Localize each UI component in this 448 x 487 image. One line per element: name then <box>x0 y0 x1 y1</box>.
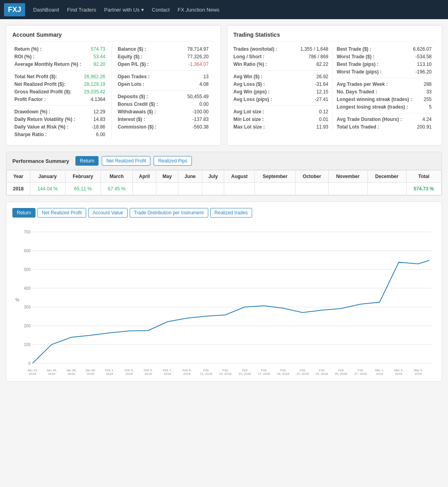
trade-min-lot: Min Lot size : 0.01 <box>233 117 328 122</box>
trade-win-ratio-val: 82.22 <box>316 61 328 67</box>
trade-won-total: Trades (won/total) : 1,355 / 1,648 <box>233 46 328 52</box>
return-chart: % 0 100 200 300 400 500 600 <box>12 224 436 375</box>
svg-text:2018: 2018 <box>106 372 113 375</box>
acct-balance-label: Balance ($) : <box>118 46 146 52</box>
chart-tab-account-value[interactable]: Account Value <box>88 208 128 218</box>
nav-partner[interactable]: Partner with Us <box>104 7 144 13</box>
chart-area: % 0 100 200 300 400 500 600 <box>12 224 436 375</box>
svg-text:Feb: Feb <box>242 368 248 372</box>
performance-summary-card: Performance Summary Return Net Realized … <box>6 152 442 196</box>
tab-realized-pips[interactable]: Realized Pips <box>154 156 191 166</box>
acct-deposits: Deposits ($) : 50,455.49 <box>118 94 209 99</box>
acct-open-trades-val: 13 <box>203 74 209 79</box>
col-aug: August <box>224 170 255 183</box>
acct-sharpe: Sharpe Ratio : 6.00 <box>14 132 105 137</box>
acct-profit-factor-val: 4.1364 <box>91 97 105 102</box>
trade-win-streak: Longest winning streak (trades) : 255 <box>337 97 432 102</box>
tab-net-realized-profit[interactable]: Net Realized Profit <box>102 156 150 166</box>
acct-withdrawals-label: Withdrawals ($) : <box>118 109 156 115</box>
acct-deposits-val: 50,455.49 <box>187 94 209 99</box>
acct-net-realized-val: 28,129.19 <box>84 81 105 87</box>
perf-table-header: Year January February March April May Ju… <box>7 170 442 183</box>
col-jul: July <box>202 170 224 183</box>
acct-open-pl-val: -1,364.07 <box>188 61 209 67</box>
trade-lose-streak: Longest losing streak (trades) : 5 <box>337 104 432 110</box>
chart-tabs: Return Net Realized Profit Account Value… <box>12 208 436 218</box>
cell-year: 2018 <box>7 183 30 195</box>
col-nov: November <box>328 170 367 183</box>
acct-roi-val: 53.44 <box>93 54 105 59</box>
chart-tab-trade-dist[interactable]: Trade Distribution per Instrument <box>130 208 208 218</box>
acct-roi: ROI (%) : 53.44 <box>14 54 105 59</box>
performance-table: Year January February March April May Ju… <box>6 170 442 195</box>
trade-avg-win-val: 26.92 <box>316 74 328 79</box>
chart-tab-realized-trades[interactable]: Realized trades <box>210 208 252 218</box>
trade-avg-win-pips-val: 12.15 <box>316 89 328 95</box>
svg-text:11, 2018: 11, 2018 <box>200 372 213 375</box>
svg-text:400: 400 <box>24 286 31 291</box>
trade-long-short-label: Long / Short : <box>233 54 264 59</box>
svg-text:Feb: Feb <box>261 368 267 372</box>
trade-win-streak-label: Longest winning streak (trades) : <box>337 97 412 102</box>
svg-text:2018: 2018 <box>415 372 422 375</box>
cell-feb: 65.11 % <box>65 183 101 195</box>
nav-contact[interactable]: Contact <box>152 7 170 13</box>
nav-dashboard[interactable]: DashBoard <box>33 7 59 13</box>
cell-jun <box>178 183 202 195</box>
trade-avg-loss-pips: Avg Loss (pips) : -27.41 <box>233 97 328 102</box>
acct-open-lots-label: Open Lots : <box>118 81 144 87</box>
navigation: FXJ DashBoard Find Traders Partner with … <box>0 0 448 19</box>
perf-row-2018: 2018 144.04 % 65.11 % 67.45 % 574.73 % <box>7 183 442 195</box>
trade-lose-streak-val: 5 <box>429 104 432 110</box>
chart-tab-return[interactable]: Return <box>12 208 36 218</box>
trade-avg-duration: Avg Trade Duration (Hours) : 4.24 <box>337 117 432 122</box>
acct-daily-var: Daily Value at Risk (%) : -18.86 <box>14 124 105 130</box>
trade-best-trade-label: Best Trade ($) : <box>337 46 371 52</box>
trade-best-trade-val: 6,626.07 <box>413 46 432 52</box>
acct-daily-vol-label: Daily Return Volatility (%) : <box>14 117 75 122</box>
svg-text:0: 0 <box>28 361 31 366</box>
trade-worst-pips: Worst Trade (pips) : -196.20 <box>337 69 432 75</box>
svg-text:700: 700 <box>24 230 31 234</box>
trade-max-lot-val: 11.93 <box>316 124 328 130</box>
nav-find-traders[interactable]: Find Traders <box>67 7 96 13</box>
acct-balance: Balance ($) : 78,714.97 <box>118 46 209 52</box>
acct-sharpe-label: Sharpe Ratio : <box>14 132 47 137</box>
cell-aug <box>224 183 255 195</box>
tab-return[interactable]: Return <box>75 156 99 166</box>
perf-header: Performance Summary Return Net Realized … <box>6 152 442 170</box>
acct-equity-label: Equity ($) : <box>118 54 142 59</box>
acct-bonus-label: Bonus Credit ($) : <box>118 101 158 107</box>
trade-min-lot-val: 0.01 <box>319 117 328 122</box>
nav-news[interactable]: FX Junction News <box>178 7 219 13</box>
cell-jan: 144.04 % <box>30 183 65 195</box>
acct-col-2: Balance ($) : 78,714.97 Equity ($) : 77,… <box>112 46 215 139</box>
acct-avg-monthly-label: Average Monthly Return (%) : <box>14 61 81 67</box>
acct-bonus: Bonus Credit ($) : 0.00 <box>118 101 209 107</box>
account-summary-title: Account Summary <box>12 32 215 42</box>
acct-withdrawals-val: -100.00 <box>192 109 209 115</box>
acct-gross-realized-label: Gross Realized Profit ($): <box>14 89 71 95</box>
svg-text:25, 2018: 25, 2018 <box>335 372 347 375</box>
cell-total: 574.73 % <box>406 183 441 195</box>
perf-title: Performance Summary <box>12 158 69 164</box>
cell-dec <box>367 183 406 195</box>
trading-statistics-title: Trading Statistics <box>233 32 436 42</box>
acct-daily-vol-val: 14.83 <box>93 117 105 122</box>
svg-text:17, 2018: 17, 2018 <box>258 372 270 375</box>
svg-text:15, 2018: 15, 2018 <box>239 372 251 375</box>
svg-text:2018: 2018 <box>145 372 152 375</box>
svg-text:200: 200 <box>24 324 31 328</box>
cell-sep <box>255 183 296 195</box>
trade-worst-trade-val: -534.58 <box>415 54 432 59</box>
trade-worst-pips-label: Worst Trade (pips) : <box>337 69 381 75</box>
cell-jul <box>202 183 224 195</box>
trade-avg-win-pips-label: Avg Win (pips) : <box>233 89 270 95</box>
acct-drawdown-label: Drawdown (%) : <box>14 109 50 115</box>
trade-lose-streak-label: Longest losing streak (trades) : <box>337 104 408 110</box>
acct-col-1: Return (%) : 574.73 ROI (%) : 53.44 Aver… <box>12 46 112 139</box>
account-summary-card: Account Summary Return (%) : 574.73 ROI … <box>6 25 221 146</box>
acct-open-lots-val: 4.08 <box>199 81 209 87</box>
chart-tab-net-realized[interactable]: Net Realized Profit <box>37 208 86 218</box>
svg-text:Feb: Feb <box>223 368 228 372</box>
